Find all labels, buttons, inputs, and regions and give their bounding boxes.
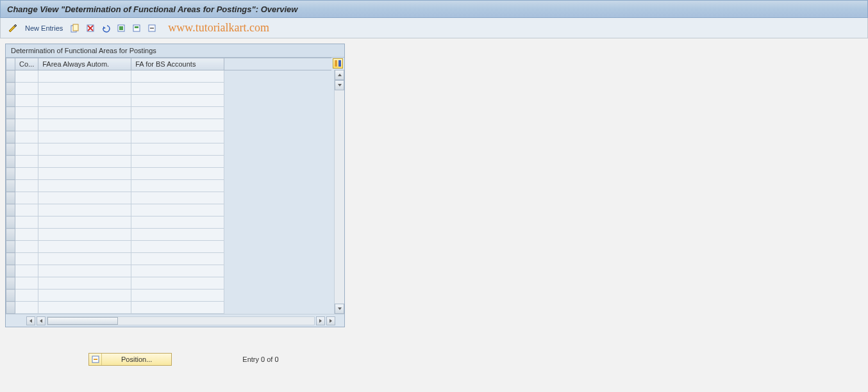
- cell-company[interactable]: [15, 180, 38, 192]
- select-block-icon[interactable]: [131, 22, 142, 34]
- scroll-up2-icon[interactable]: [335, 80, 344, 90]
- cell-company[interactable]: [15, 95, 38, 107]
- cell-farea[interactable]: [38, 290, 131, 302]
- cell-farea[interactable]: [38, 131, 131, 143]
- row-selector[interactable]: [6, 253, 15, 265]
- new-entries-button[interactable]: New Entries: [22, 23, 65, 33]
- cell-farea[interactable]: [38, 229, 131, 241]
- cell-company[interactable]: [15, 192, 38, 204]
- cell-fabs[interactable]: [131, 83, 224, 95]
- hscroll-right-icon[interactable]: [316, 316, 325, 325]
- cell-company[interactable]: [15, 107, 38, 119]
- cell-farea[interactable]: [38, 302, 131, 314]
- row-selector[interactable]: [6, 156, 15, 168]
- cell-fabs[interactable]: [131, 277, 224, 290]
- undo-icon[interactable]: [100, 22, 112, 34]
- row-selector[interactable]: [6, 302, 15, 314]
- cell-farea[interactable]: [38, 70, 131, 83]
- hscroll-thumb[interactable]: [47, 317, 118, 325]
- row-selector[interactable]: [6, 277, 15, 290]
- cell-company[interactable]: [15, 290, 38, 302]
- cell-fabs[interactable]: [131, 107, 224, 119]
- row-selector[interactable]: [6, 119, 15, 131]
- cell-farea[interactable]: [38, 265, 131, 277]
- vertical-scrollbar[interactable]: [334, 70, 344, 314]
- row-selector[interactable]: [6, 70, 15, 83]
- hscroll-left-icon[interactable]: [37, 316, 46, 325]
- scroll-up-icon[interactable]: [335, 70, 344, 80]
- row-selector[interactable]: [6, 241, 15, 253]
- cell-company[interactable]: [15, 83, 38, 95]
- cell-fabs[interactable]: [131, 143, 224, 156]
- cell-company[interactable]: [15, 216, 38, 229]
- cell-company[interactable]: [15, 241, 38, 253]
- cell-fabs[interactable]: [131, 192, 224, 204]
- deselect-all-icon[interactable]: [146, 22, 158, 34]
- scroll-down-icon[interactable]: [335, 304, 344, 314]
- position-button[interactable]: Position...: [88, 353, 172, 366]
- cell-farea[interactable]: [38, 241, 131, 253]
- cell-company[interactable]: [15, 70, 38, 83]
- cell-fabs[interactable]: [131, 253, 224, 265]
- table-config-icon[interactable]: [333, 58, 343, 69]
- cell-farea[interactable]: [38, 192, 131, 204]
- row-selector[interactable]: [6, 204, 15, 216]
- cell-fabs[interactable]: [131, 241, 224, 253]
- column-header-farea[interactable]: FArea Always Autom.: [38, 58, 131, 70]
- cell-company[interactable]: [15, 253, 38, 265]
- row-selector[interactable]: [6, 131, 15, 143]
- row-selector[interactable]: [6, 290, 15, 302]
- cell-fabs[interactable]: [131, 265, 224, 277]
- cell-fabs[interactable]: [131, 131, 224, 143]
- cell-fabs[interactable]: [131, 119, 224, 131]
- cell-farea[interactable]: [38, 83, 131, 95]
- row-selector[interactable]: [6, 143, 15, 156]
- cell-farea[interactable]: [38, 180, 131, 192]
- column-header-company[interactable]: Co...: [15, 58, 38, 70]
- cell-company[interactable]: [15, 277, 38, 290]
- select-all-icon[interactable]: [115, 22, 127, 34]
- row-selector[interactable]: [6, 180, 15, 192]
- row-selector[interactable]: [6, 83, 15, 95]
- row-selector-header[interactable]: [6, 58, 15, 70]
- hscroll-track[interactable]: [47, 316, 315, 325]
- scroll-track[interactable]: [335, 90, 344, 304]
- cell-farea[interactable]: [38, 95, 131, 107]
- cell-farea[interactable]: [38, 216, 131, 229]
- cell-farea[interactable]: [38, 204, 131, 216]
- cell-fabs[interactable]: [131, 156, 224, 168]
- row-selector[interactable]: [6, 107, 15, 119]
- cell-fabs[interactable]: [131, 290, 224, 302]
- row-selector[interactable]: [6, 168, 15, 180]
- cell-company[interactable]: [15, 119, 38, 131]
- cell-fabs[interactable]: [131, 216, 224, 229]
- cell-fabs[interactable]: [131, 180, 224, 192]
- delete-icon[interactable]: [85, 22, 96, 34]
- cell-fabs[interactable]: [131, 229, 224, 241]
- row-selector[interactable]: [6, 95, 15, 107]
- cell-farea[interactable]: [38, 107, 131, 119]
- cell-farea[interactable]: [38, 253, 131, 265]
- cell-company[interactable]: [15, 204, 38, 216]
- cell-farea[interactable]: [38, 119, 131, 131]
- copy-icon[interactable]: [69, 22, 81, 34]
- cell-fabs[interactable]: [131, 204, 224, 216]
- cell-farea[interactable]: [38, 143, 131, 156]
- cell-company[interactable]: [15, 143, 38, 156]
- row-selector[interactable]: [6, 265, 15, 277]
- cell-fabs[interactable]: [131, 70, 224, 83]
- cell-farea[interactable]: [38, 277, 131, 290]
- row-selector[interactable]: [6, 216, 15, 229]
- hscroll-first-icon[interactable]: [26, 316, 35, 325]
- cell-farea[interactable]: [38, 168, 131, 180]
- row-selector[interactable]: [6, 229, 15, 241]
- cell-fabs[interactable]: [131, 302, 224, 314]
- cell-fabs[interactable]: [131, 95, 224, 107]
- toggle-edit-icon[interactable]: [7, 22, 19, 34]
- cell-fabs[interactable]: [131, 168, 224, 180]
- cell-company[interactable]: [15, 156, 38, 168]
- cell-company[interactable]: [15, 168, 38, 180]
- cell-company[interactable]: [15, 131, 38, 143]
- hscroll-last-icon[interactable]: [326, 316, 335, 325]
- cell-company[interactable]: [15, 302, 38, 314]
